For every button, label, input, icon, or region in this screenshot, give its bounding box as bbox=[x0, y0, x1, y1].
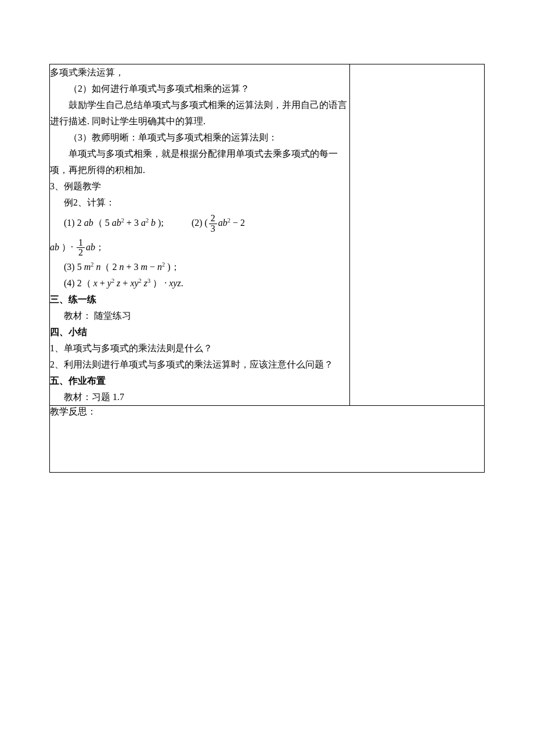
encourage-text: 鼓励学生自己总结单项式与多项式相乘的运算法则，并用自己的语言进行描述. 同时让学… bbox=[50, 97, 349, 129]
f1-ab2: ab bbox=[112, 218, 121, 228]
f2b-ab: ab bbox=[50, 242, 59, 252]
f2-frac-num: 2 bbox=[209, 214, 217, 224]
reflection-label: 教学反思： bbox=[50, 406, 484, 418]
section-5-heading: 五、作业布置 bbox=[50, 373, 349, 389]
section-4-item-1: 1、单项式与多项式的乘法法则是什么？ bbox=[50, 340, 349, 357]
reflection-cell: 教学反思： bbox=[50, 406, 485, 473]
f4-xyz: xyz bbox=[169, 278, 181, 288]
formula-3: (3) 5 m2 n（ 2 n + 3 m − n2 )； bbox=[50, 259, 349, 275]
f2-frac: 23 bbox=[209, 214, 217, 234]
f4-p1: + bbox=[98, 278, 107, 288]
question-2: （2）如何进行单项式与多项式相乘的运算？ bbox=[50, 81, 349, 97]
f2-frac-den: 3 bbox=[209, 224, 217, 234]
formula-4: (4) 2（ x + y2 z + xy2 z3 ） · xyz. bbox=[50, 275, 349, 291]
f4-p2: + bbox=[120, 278, 130, 288]
f2b-semi: ； bbox=[95, 242, 104, 252]
f2b-ab2: ab bbox=[86, 242, 95, 252]
example-section-title: 例题教学 bbox=[64, 181, 101, 191]
f2b-dot: ）· bbox=[59, 242, 75, 252]
f1-a: a bbox=[141, 218, 146, 228]
formula-row-1: (1) 2 ab（ 5 ab2 + 3 a2 b ); (2) (23ab2 −… bbox=[50, 211, 349, 235]
f2b-frac-num: 1 bbox=[77, 238, 85, 249]
side-notes-cell bbox=[349, 64, 484, 406]
f1-mid1: （ 5 bbox=[93, 218, 112, 228]
f4-z2: z bbox=[142, 278, 147, 288]
f2b-frac: 12 bbox=[77, 238, 85, 258]
section-5-body: 教材：习题 1.7 bbox=[50, 389, 349, 405]
f4-xy: xy bbox=[130, 278, 138, 288]
example-2-label: 例2、计算： bbox=[50, 195, 349, 211]
f3-open: （ 2 bbox=[100, 262, 119, 272]
example-section: 3、例题教学 bbox=[50, 178, 349, 195]
f3-m: m bbox=[84, 262, 91, 272]
f4-dot: . bbox=[181, 278, 183, 288]
f4-x: x bbox=[93, 278, 98, 288]
question-3: （3）教师明晰：单项式与多项式相乘的运算法则： bbox=[50, 129, 349, 146]
f4-prefix: (4) 2（ bbox=[64, 278, 93, 288]
f3-plus: + 3 bbox=[124, 262, 140, 272]
main-content-cell: 多项式乘法运算， （2）如何进行单项式与多项式相乘的运算？ 鼓励学生自己总结单项… bbox=[50, 64, 350, 406]
rule-text: 单项式与多项式相乘，就是根据分配律用单项式去乘多项式的每一项，再把所得的积相加. bbox=[50, 146, 349, 178]
f1-ab: ab bbox=[84, 218, 93, 228]
f4-close: ） · bbox=[150, 278, 169, 288]
f1-prefix: (1) 2 bbox=[64, 218, 84, 228]
f2-minus: − 2 bbox=[230, 218, 245, 228]
f3-end: )； bbox=[165, 262, 179, 272]
line-continuation: 多项式乘法运算， bbox=[50, 64, 349, 81]
lesson-table: 多项式乘法运算， （2）如何进行单项式与多项式相乘的运算？ 鼓励学生自己总结单项… bbox=[49, 64, 485, 473]
f3-minus: − bbox=[147, 262, 157, 272]
f4-y: y bbox=[107, 278, 111, 288]
f4-z: z bbox=[114, 278, 120, 288]
section-4-item-2: 2、利用法则进行单项式与多项式的乘法运算时，应该注意什么问题？ bbox=[50, 357, 349, 373]
section-4-heading: 四、小结 bbox=[50, 324, 349, 340]
f3-n3: n bbox=[157, 262, 162, 272]
f2-ab: ab bbox=[218, 218, 228, 228]
section-3-heading: 三、练一练 bbox=[50, 291, 349, 308]
example-section-num: 3、 bbox=[50, 181, 64, 191]
f1-plus: + 3 bbox=[124, 218, 141, 228]
f3-n: n bbox=[93, 262, 100, 272]
f2b-frac-den: 2 bbox=[77, 248, 85, 258]
f2-prefix: (2) ( bbox=[192, 218, 208, 228]
section-3-body: 教材： 随堂练习 bbox=[50, 308, 349, 324]
f1-b: b bbox=[149, 218, 156, 228]
formula-row-2: ab ）· 12ab； bbox=[50, 235, 349, 260]
f1-end: ); bbox=[156, 218, 164, 228]
f3-prefix: (3) 5 bbox=[64, 262, 84, 272]
f3-m2: m bbox=[140, 262, 147, 272]
